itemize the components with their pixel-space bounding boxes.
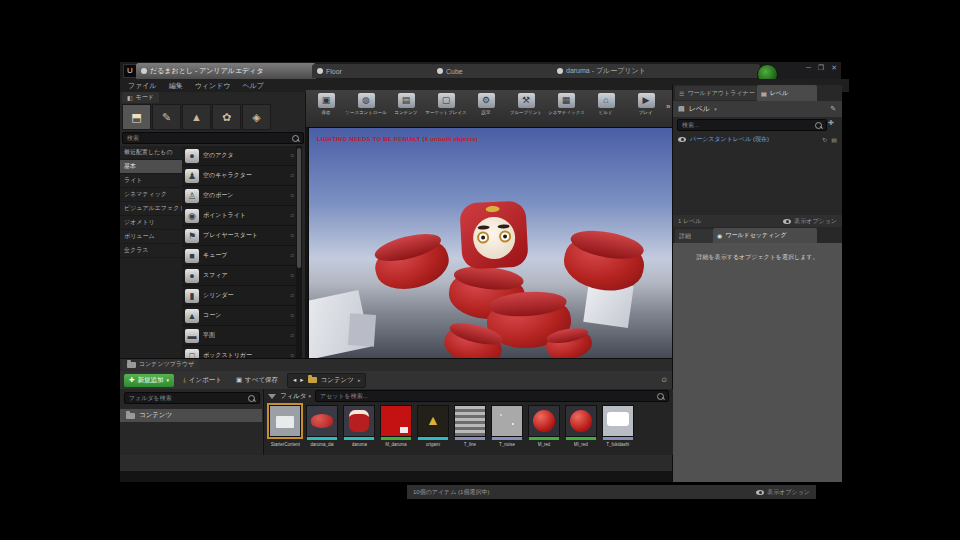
place-category[interactable]: ボリューム xyxy=(120,230,182,244)
persistent-level-row[interactable]: パーシスタントレベル (現在) ↻ ▤ xyxy=(673,133,842,146)
drag-grip-icon[interactable]: ≡ xyxy=(290,252,294,259)
drag-grip-icon[interactable]: ≡ xyxy=(290,232,294,239)
asset-tile[interactable]: StarterContent xyxy=(268,405,302,447)
place-item[interactable]: ◉ ポイントライト ≡ xyxy=(182,206,296,226)
modes-panel-tab[interactable]: ◧ モード xyxy=(122,92,159,103)
import-button[interactable]: ⤓ インポート xyxy=(178,374,227,387)
toolbar-button[interactable]: ▦ シネマティックス xyxy=(546,90,586,115)
save-all-button[interactable]: ▣ すべて保存 xyxy=(231,374,283,387)
tab-world-settings[interactable]: ◉ ワールドセッティング xyxy=(713,228,817,243)
toolbar-button[interactable]: ⚙ 設定 xyxy=(466,90,506,115)
mode-tool-button[interactable]: ✿ xyxy=(212,104,241,130)
drag-grip-icon[interactable]: ≡ xyxy=(290,292,294,299)
edit-icon[interactable]: ✎ xyxy=(830,105,836,113)
mode-tool-button[interactable]: ▲ xyxy=(182,104,211,130)
toolbar-button[interactable]: ◍ ソースコントロール xyxy=(346,90,386,115)
toolbar-button[interactable]: ▶ プレイ xyxy=(626,90,666,115)
tab-world-outliner[interactable]: ☰ ワールドアウトライナー xyxy=(675,86,761,100)
menu-item[interactable]: ファイル xyxy=(128,81,157,91)
mode-tool-button[interactable]: ⬒ xyxy=(122,104,151,130)
toolbar-button[interactable]: ⌂ ビルド xyxy=(586,90,626,115)
lock-icon[interactable]: ⊙ xyxy=(661,376,667,384)
place-item[interactable]: ▲ コーン ≡ xyxy=(182,306,296,326)
editor-tab-floor[interactable]: Floor xyxy=(312,64,434,78)
menu-item[interactable]: ウィンドウ xyxy=(195,81,231,91)
asset-tile[interactable]: T_fukidashi xyxy=(601,405,635,447)
levels-view-options[interactable]: 表示オプション xyxy=(783,217,837,226)
asset-tile[interactable]: MI_red xyxy=(564,405,598,447)
mode-tool-button[interactable]: ✎ xyxy=(152,104,181,130)
editor-tab-blueprint[interactable]: daruma - ブループリント xyxy=(552,64,760,78)
place-item[interactable]: ● スフィア ≡ xyxy=(182,266,296,286)
asset-tile[interactable]: M_red xyxy=(527,405,561,447)
place-item[interactable]: ▮ シリンダー ≡ xyxy=(182,286,296,306)
place-list-scrollbar[interactable] xyxy=(296,146,302,360)
content-browser-tab[interactable]: コンテンツブラウザ xyxy=(122,359,199,370)
drag-grip-icon[interactable]: ≡ xyxy=(290,332,294,339)
toolbar-button[interactable]: ▣ 保存 xyxy=(306,90,346,115)
drag-grip-icon[interactable]: ≡ xyxy=(290,192,294,199)
place-category[interactable]: ジオメトリ xyxy=(120,216,182,230)
daruma-block xyxy=(370,232,453,296)
editor-tab-cube[interactable]: Cube xyxy=(432,64,554,78)
drag-grip-icon[interactable]: ≡ xyxy=(290,272,294,279)
asset-tile[interactable]: daruma xyxy=(342,405,376,447)
place-item[interactable]: ⚑ プレイヤースタート ≡ xyxy=(182,226,296,246)
breadcrumb-content[interactable]: コンテンツ xyxy=(321,376,354,385)
mode-tool-button[interactable]: ◈ xyxy=(242,104,271,130)
asset-type-bar xyxy=(381,437,411,440)
place-category[interactable]: 最近配置したもの xyxy=(120,146,182,160)
place-category[interactable]: 全クラス xyxy=(120,244,182,258)
tab-details[interactable]: 詳細 xyxy=(675,229,717,243)
asset-tile[interactable]: ▲ origami xyxy=(416,405,450,447)
add-new-button[interactable]: ✚ 新規追加 ▾ xyxy=(124,374,174,387)
menu-item[interactable]: 編集 xyxy=(169,81,183,91)
drag-grip-icon[interactable]: ≡ xyxy=(290,212,294,219)
place-item[interactable]: ♟ 空のキャラクター ≡ xyxy=(182,166,296,186)
levels-search-input[interactable]: 検索... xyxy=(677,119,827,131)
level-save-icon[interactable]: ▤ xyxy=(831,136,837,143)
toolbar-button[interactable]: ▤ コンテンツ xyxy=(386,90,426,115)
modes-search-input[interactable]: 検索 xyxy=(122,132,304,144)
place-item[interactable]: ▬ 平面 ≡ xyxy=(182,326,296,346)
toolbar-icon: ⚙ xyxy=(478,93,495,108)
place-item-list: ● 空のアクタ ≡ ♟ 空のキャラクター ≡ ♙ 空のポーン ≡ xyxy=(182,146,296,360)
asset-tile[interactable]: M_daruma xyxy=(379,405,413,447)
maximize-button[interactable]: ❐ xyxy=(818,64,824,72)
close-button[interactable]: ✕ xyxy=(831,64,837,72)
place-category[interactable]: ビジュアルエフェクト xyxy=(120,202,182,216)
tab-levels[interactable]: ▤ レベル xyxy=(757,85,817,101)
menu-item[interactable]: ヘルプ xyxy=(242,81,264,91)
place-item-icon: ⚑ xyxy=(185,229,199,243)
visibility-eye-icon[interactable] xyxy=(678,137,686,142)
drag-grip-icon[interactable]: ≡ xyxy=(290,172,294,179)
place-item[interactable]: ♙ 空のポーン ≡ xyxy=(182,186,296,206)
place-category[interactable]: ライト xyxy=(120,174,182,188)
asset-tile[interactable]: T_noise xyxy=(490,405,524,447)
add-level-icon[interactable]: ✚ xyxy=(828,119,834,127)
drag-grip-icon[interactable]: ≡ xyxy=(290,312,294,319)
toolbar-button[interactable]: ▢ マーケットプレイス xyxy=(426,90,466,115)
place-category[interactable]: 基本 xyxy=(120,160,182,174)
folder-search-input[interactable]: フォルダを検索 xyxy=(124,392,260,404)
nav-back-icon[interactable]: ◂ xyxy=(293,376,296,384)
drag-grip-icon[interactable]: ≡ xyxy=(290,152,294,159)
place-category[interactable]: シネマティック xyxy=(120,188,182,202)
place-item[interactable]: ■ キューブ ≡ xyxy=(182,246,296,266)
minimize-button[interactable]: ─ xyxy=(806,64,811,72)
filter-button[interactable]: フィルタ ▾ xyxy=(280,392,311,401)
asset-search-input[interactable]: アセットを検索... xyxy=(315,390,669,402)
toolbar-button[interactable]: ⚒ ブループリント xyxy=(506,90,546,115)
level-refresh-icon[interactable]: ↻ xyxy=(822,136,827,143)
levels-menu-icon[interactable]: ▤ xyxy=(678,105,685,113)
cb-view-options[interactable]: 表示オプション xyxy=(756,488,810,497)
place-item[interactable]: ● 空のアクタ ≡ xyxy=(182,146,296,166)
asset-thumbnail xyxy=(602,405,634,437)
asset-tile[interactable]: T_line xyxy=(453,405,487,447)
source-folder-content[interactable]: コンテンツ xyxy=(120,409,262,422)
level-viewport[interactable]: LIGHTING NEEDS TO BE REBUILT (8 unbuilt … xyxy=(308,127,674,362)
nav-forward-icon[interactable]: ▸ xyxy=(300,376,303,384)
asset-tile[interactable]: daruma_dai xyxy=(305,405,339,447)
filter-icon[interactable] xyxy=(268,394,276,399)
editor-tab-level[interactable]: だるまおとし - アンリアルエディタ xyxy=(136,63,316,79)
